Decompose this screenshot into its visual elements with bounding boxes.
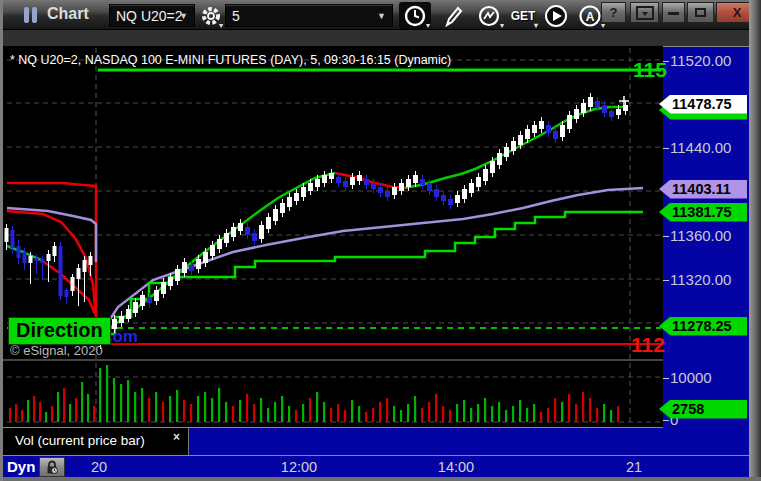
- candle-body: [511, 141, 516, 151]
- left-ma-red: [41, 260, 95, 314]
- candle-body: [385, 191, 390, 197]
- direction-label: Direction: [8, 317, 111, 345]
- time-axis-label: 12:00: [281, 459, 317, 475]
- candle-body: [17, 246, 21, 258]
- volume-bar: [69, 404, 71, 422]
- get-data-button[interactable]: GET ▾: [507, 2, 539, 29]
- volume-bar: [260, 398, 262, 422]
- volume-bar: [63, 388, 65, 422]
- volume-bar: [27, 400, 29, 422]
- candle-body: [65, 290, 69, 297]
- settings-gear-button[interactable]: ▾: [197, 2, 224, 29]
- candle-body: [392, 187, 397, 195]
- volume-bar: [281, 396, 283, 422]
- volume-bar: [148, 398, 150, 422]
- candle-body: [11, 230, 15, 248]
- axis-tick-mark: [663, 148, 669, 149]
- volume-pane-tab[interactable]: Vol (current price bar) ×: [3, 428, 189, 455]
- volume-bar: [512, 406, 514, 422]
- volume-bar: [246, 394, 248, 422]
- close-pane-icon[interactable]: ×: [173, 430, 180, 444]
- volume-bar: [176, 390, 178, 422]
- axis-tick-label: 11520.00: [670, 52, 731, 69]
- axis-tick-label: 10000: [670, 369, 712, 386]
- help-button[interactable]: ?: [601, 2, 626, 23]
- candle-body: [245, 227, 250, 235]
- volume-bar: [87, 394, 89, 422]
- volume-bar: [211, 398, 213, 422]
- maximize-button[interactable]: [687, 2, 714, 23]
- volume-bar: [554, 398, 556, 422]
- trend-tool-button[interactable]: ▾: [473, 2, 505, 29]
- volume-bar: [253, 404, 255, 422]
- volume-pane-tab-label: Vol (current price bar): [15, 433, 145, 448]
- candle-body: [378, 187, 383, 193]
- chart-window: Chart NQ U20=2 ▼ ▾ 5 ▼ ▾: [0, 0, 761, 481]
- candle-body: [308, 183, 313, 191]
- volume-bar: [561, 402, 563, 422]
- symbol-combo[interactable]: NQ U20=2 ▼: [109, 4, 195, 27]
- volume-bar: [239, 400, 241, 422]
- time-template-lock-button[interactable]: [39, 457, 65, 477]
- candle-body: [427, 183, 432, 191]
- candle-body: [224, 233, 229, 243]
- candle-body: [602, 105, 607, 113]
- symbol-combo-value: NQ U20=2: [116, 8, 183, 24]
- candle-body: [53, 246, 57, 256]
- current-volume-flag: 2758: [659, 400, 747, 419]
- chart-legend: * NQ U20=2, NASDAQ 100 E-MINI FUTURES (D…: [10, 53, 451, 67]
- letter-a-circle-icon: A: [578, 4, 602, 28]
- minimize-button[interactable]: [662, 2, 685, 23]
- candle-body: [182, 262, 187, 273]
- price-chart-plot[interactable]: [3, 46, 663, 427]
- play-icon: [544, 4, 568, 28]
- candle-body: [490, 161, 495, 173]
- time-axis[interactable]: Dyn 2012:0014:0021: [3, 455, 749, 477]
- candle-body: [357, 175, 362, 181]
- minimize-icon: [668, 12, 679, 15]
- play-button[interactable]: [540, 2, 572, 29]
- candle-body: [126, 309, 131, 319]
- volume-bar: [120, 384, 122, 422]
- chevron-down-icon: ▼: [179, 11, 188, 21]
- candle-body: [609, 111, 614, 117]
- axis-tick-mark: [663, 236, 669, 237]
- volume-bar: [435, 394, 437, 422]
- get-label: GET: [511, 9, 536, 23]
- volume-bar: [596, 408, 598, 422]
- volume-bar: [358, 406, 360, 422]
- lower-line-price-label: 112: [631, 333, 665, 357]
- candle-body: [217, 239, 222, 249]
- candle-body: [47, 254, 51, 261]
- draw-pencil-button[interactable]: [437, 2, 469, 29]
- volume-bar: [351, 400, 353, 422]
- candle-body: [434, 189, 439, 197]
- interval-combo[interactable]: 5 ▼: [225, 4, 393, 27]
- volume-bar: [589, 398, 591, 422]
- volume-bar: [204, 392, 206, 422]
- candle-body: [483, 169, 488, 181]
- candle-body: [532, 125, 537, 133]
- volume-bar: [449, 410, 451, 422]
- volume-bar: [295, 410, 297, 422]
- volume-bar: [463, 400, 465, 422]
- popout-button[interactable]: [630, 2, 659, 23]
- volume-bar: [302, 404, 304, 422]
- candle-body: [29, 256, 33, 263]
- candle-body: [301, 187, 306, 197]
- volume-bar: [456, 404, 458, 422]
- volume-bar: [309, 398, 311, 422]
- candle-body: [168, 277, 173, 286]
- volume-bar: [393, 406, 395, 422]
- volume-bar: [568, 394, 570, 422]
- price-axis[interactable]: 11520.0011440.0011360.0011320.0010000011…: [663, 46, 749, 477]
- volume-bar: [316, 392, 318, 422]
- volume-bar: [428, 402, 430, 422]
- volume-bar: [39, 402, 41, 422]
- candle-body: [119, 316, 124, 323]
- volume-bar: [57, 392, 59, 422]
- time-interval-button[interactable]: ▾: [399, 2, 431, 29]
- title-bar[interactable]: Chart NQ U20=2 ▼ ▾ 5 ▼ ▾: [3, 0, 761, 30]
- dyn-label: Dyn: [7, 458, 35, 475]
- volume-bar: [547, 408, 549, 422]
